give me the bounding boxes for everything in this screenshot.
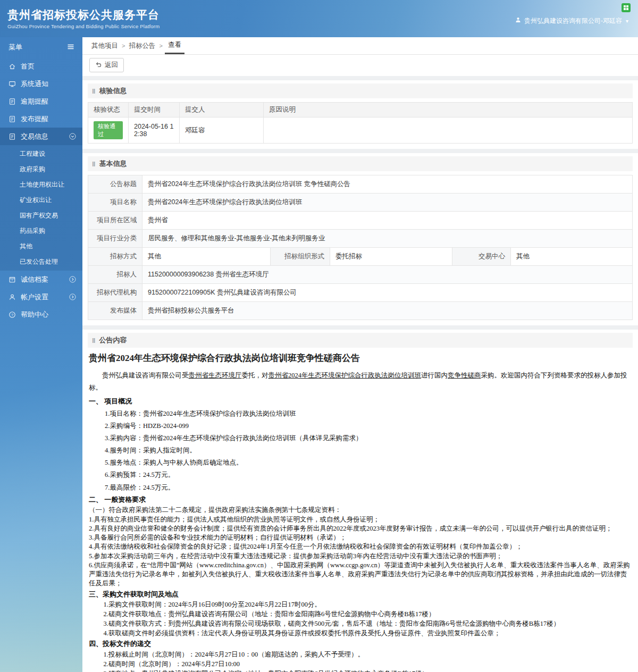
sidebar-subitem-3[interactable]: 矿业权出让 [0, 192, 82, 208]
verification-person-cell: 邓廷容 [180, 117, 264, 144]
basic-info-value: 115200000093906238 贵州省生态环境厅 [142, 266, 633, 284]
breadcrumb: 其他项目 > 招标公告 > 查看 [82, 37, 638, 55]
basic-info-label: 发布媒体 [88, 302, 142, 320]
sidebar-item-label: 逾期提醒 [21, 97, 48, 106]
announcement-section-title: ‖ 公告内容 [88, 333, 633, 348]
platform-title: 贵州省招标投标公共服务平台 [7, 8, 160, 22]
help-icon: ? [9, 311, 16, 318]
basic-info-label: 招标组织形式 [271, 248, 330, 266]
basic-info-section-title: ‖ 基本信息 [88, 156, 633, 171]
sidebar-item-account-settings[interactable]: 帐户设置 [0, 288, 82, 306]
sidebar-item-system-notice[interactable]: 系统通知 [0, 75, 82, 93]
sidebar-item-label: 系统通知 [21, 79, 48, 89]
back-button[interactable]: 返回 [89, 58, 124, 72]
toolbar: 返回 [82, 55, 638, 76]
sidebar-subitem-4[interactable]: 国有产权交易 [0, 208, 82, 223]
basic-info-label: 招标方式 [88, 248, 142, 266]
content-block-20: 4.获取磋商文件时必须提供资料：法定代表人身份证明及其身份证原件或授权委托书原件… [89, 629, 632, 639]
sidebar-subitem-5[interactable]: 药品采购 [0, 223, 82, 239]
content-block-19: 3.磋商文件获取方式：到贵州弘典建设咨询有限公司现场获取，磋商文件500元/套，… [89, 619, 632, 629]
sidebar-item-integrity-archive[interactable]: 诚信档案 [0, 271, 82, 288]
sidebar-item-help-center[interactable]: ? 帮助中心 [0, 306, 82, 323]
content-block-6: 6.采购预算：24.5万元。 [89, 469, 632, 481]
sidebar-subitem-6[interactable]: 其他 [0, 239, 82, 254]
breadcrumb-separator: > [157, 37, 164, 54]
back-button-label: 返回 [105, 61, 118, 70]
sidebar-item-label: 帐户设置 [21, 292, 48, 302]
chevron-right-circle-icon [69, 293, 76, 300]
sidebar-subitem-1[interactable]: 政府采购 [0, 162, 82, 177]
section-title-text: 公告内容 [99, 335, 127, 345]
content-block-12: 3.具备履行合同所必需的设备和专业技术能力的证明材料；自行提供证明材料（承诺）； [89, 533, 632, 542]
content-block-22: 1.投标截止时间（北京时间）：2024年5月27日10：00（逾期送达的，采购人… [89, 650, 632, 660]
breadcrumb-item-tender-announcement[interactable]: 招标公告 [127, 37, 157, 54]
sidebar-subitem-7[interactable]: 已发公告处理 [0, 254, 82, 270]
sidebar-menu-header[interactable]: 菜单 [0, 37, 82, 57]
verification-header-row: 核验状态 提交时间 提交人 原因说明 [88, 103, 633, 117]
section-marker-icon: ‖ [92, 160, 95, 168]
basic-info-value: 贵州省2024年生态环境保护综合行政执法岗位培训班 [142, 194, 633, 212]
announcement-content: 贵州省2024年生态环境保护综合行政执法岗位培训班竞争性磋商公告 贵州弘典建设咨… [88, 352, 633, 672]
sidebar-item-label: 发布提醒 [21, 114, 48, 124]
user-gear-icon [9, 293, 16, 301]
basic-info-value: 委托招标 [330, 248, 452, 266]
verification-data-row: 核验通过 2024-05-16 12:38 邓廷容 [88, 117, 633, 144]
sidebar-subitem-0[interactable]: 工程建设 [0, 146, 82, 162]
content-block-23: 2.磋商时间（北京时间）：2024年5月27日10:00 [89, 660, 632, 669]
sidebar-item-label: 帮助中心 [21, 310, 48, 320]
section-title-text: 基本信息 [99, 159, 127, 169]
sidebar-item-publish-reminder[interactable]: 发布提醒 [0, 110, 82, 128]
basic-info-label: 交易中心 [452, 248, 511, 266]
table-row: 项目行业分类 居民服务、修理和其他服务业-其他服务业-其他未列明服务业 [88, 230, 633, 248]
trade-submenu: 工程建设政府采购土地使用权出让矿业权出让国有产权交易药品采购其他已发公告处理 [0, 145, 82, 271]
basic-info-value: 贵州省招标投标公共服务平台 [142, 302, 633, 320]
basic-info-label: 项目行业分类 [88, 230, 142, 248]
main-content: 其他项目 > 招标公告 > 查看 返回 ‖ 核验信息 [82, 37, 638, 672]
table-row: 发布媒体 贵州省招标投标公共服务平台 [88, 302, 633, 320]
sidebar-item-trade-info[interactable]: 交易信息 [0, 128, 82, 145]
breadcrumb-item-other-projects[interactable]: 其他项目 [90, 37, 120, 54]
basic-info-panel: ‖ 基本信息 公告标题 贵州省2024年生态环境保护综合行政执法岗位培训班 竞争… [82, 153, 638, 325]
content-block-16: 三、采购文件获取时间及地点 [89, 589, 632, 601]
verification-table: 核验状态 提交时间 提交人 原因说明 核验通过 2024-05-16 12:38… [88, 102, 633, 144]
col-header: 原因说明 [264, 103, 633, 117]
content-block-10: 1.具有独立承担民事责任的能力；提供法人或其他组织的营业执照等证明文件，或自然人… [89, 515, 632, 524]
browser-extension-icon[interactable] [622, 3, 631, 12]
content-block-0: 一、 项目概况 [89, 396, 632, 408]
content-block-17: 1.采购文件获取时间：2024年5月16日09时00分至2024年5月22日17… [89, 600, 632, 610]
archive-icon [9, 276, 16, 283]
sidebar-item-overdue-reminder[interactable]: 逾期提醒 [0, 93, 82, 110]
content-block-8: 二、 一般资格要求 [89, 494, 632, 506]
top-header: 贵州省招标投标公共服务平台 GuiZhou Province Tendering… [0, 0, 638, 37]
basic-info-label: 招标代理机构 [88, 284, 142, 302]
overdue-doc-icon [9, 98, 16, 105]
content-block-15: 6.供应商须承诺，在“信用中国”网站（www.creditchina.gov.c… [89, 561, 632, 589]
user-menu[interactable]: 贵州弘典建设咨询有限公司-邓廷容 ▾ [515, 16, 628, 26]
back-icon [95, 61, 102, 70]
content-block-1: 1.项目名称：贵州省2024年生态环境保护综合行政执法岗位培训班 [89, 408, 632, 420]
sidebar-item-home[interactable]: 首页 [0, 57, 82, 75]
content-block-18: 2.磋商文件获取地点：贵州弘典建设咨询有限公司（地址：贵阳市金阳南路6号世纪金源… [89, 610, 632, 619]
hamburger-icon[interactable] [66, 43, 75, 53]
table-row: 公告标题 贵州省2024年生态环境保护综合行政执法岗位培训班 竞争性磋商公告 [88, 175, 633, 194]
sidebar-item-label: 交易信息 [21, 132, 48, 141]
content-block-3: 3.采购内容：贵州省2024年生态环境保护综合行政执法岗位培训班（具体详见采购需… [89, 432, 632, 444]
app-root: 贵州省招标投标公共服务平台 GuiZhou Province Tendering… [0, 0, 638, 672]
basic-info-label: 招标人 [88, 266, 142, 284]
content-block-13: 4.具有依法缴纳税收和社会保障资金的良好记录；提供2024年1月至今任意一个月依… [89, 542, 632, 551]
basic-info-value: 91520000722109905K 贵州弘典建设咨询有限公司 [142, 284, 633, 302]
basic-info-table: 公告标题 贵州省2024年生态环境保护综合行政执法岗位培训班 竞争性磋商公告 项… [88, 175, 633, 320]
sidebar-subitem-2[interactable]: 土地使用权出让 [0, 177, 82, 192]
table-row: 项目名称 贵州省2024年生态环境保护综合行政执法岗位培训班 [88, 194, 633, 212]
breadcrumb-item-view-current[interactable]: 查看 [165, 37, 184, 54]
content-block-24: 3.磋商地点：贵州弘典建设咨询有限公司会议室（地址：贵阳市金阳南路6号世纪金源购… [89, 669, 632, 672]
basic-info-label: 项目所在区域 [88, 212, 142, 230]
announcement-panel: ‖ 公告内容 贵州省2024年生态环境保护综合行政执法岗位培训班竞争性磋商公告 … [82, 330, 638, 672]
announcement-title: 贵州省2024年生态环境保护综合行政执法岗位培训班竞争性磋商公告 [89, 352, 632, 365]
sidebar-item-label: 诚信档案 [21, 275, 48, 284]
platform-subtitle: GuiZhou Province Tendering and Bidding P… [7, 23, 160, 29]
content-block-2: 2.采购编号：HDZB-2024-099 [89, 420, 632, 432]
announcement-intro: 贵州弘典建设咨询有限公司受贵州省生态环境厅委托，对贵州省2024年生态环境保护综… [89, 369, 632, 394]
basic-info-value: 其他 [511, 248, 633, 266]
user-name: 贵州弘典建设咨询有限公司-邓廷容 [524, 16, 622, 26]
